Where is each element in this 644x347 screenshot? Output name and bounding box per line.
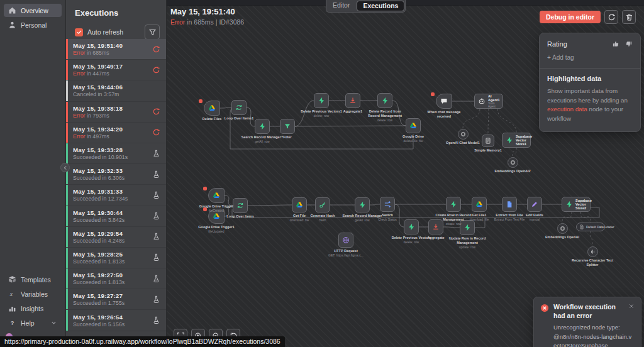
flask-icon[interactable] — [152, 170, 160, 179]
workflow-node-delete-files[interactable] — [204, 101, 220, 116]
sidebar-item-help[interactable]: ?Help — [4, 316, 62, 329]
execution-header: May 15, 19:51:40 Error in 685ms | ID#308… — [170, 7, 244, 26]
execution-list-item[interactable]: May 15, 19:31:33Succeeded in 12.734s — [66, 185, 166, 206]
workflow-node-search-record-manager2[interactable] — [255, 119, 270, 134]
workflow-node-aggregate1[interactable] — [345, 93, 360, 108]
tab-executions[interactable]: Executions — [357, 1, 404, 11]
openai-icon — [510, 160, 516, 165]
flask-icon[interactable] — [152, 212, 160, 220]
add-tag-button[interactable]: + Add tag — [547, 54, 633, 61]
execution-list-item[interactable]: May 15, 19:51:40Error in 685ms — [66, 39, 166, 60]
workflow-edge — [395, 204, 404, 227]
delete-execution-button[interactable] — [622, 10, 636, 24]
workflow-node-openai-chat-model1[interactable] — [458, 129, 469, 140]
execution-status-bar — [66, 185, 68, 205]
thumbs-down-icon[interactable] — [625, 40, 633, 48]
workflow-node-recursive-splitter[interactable] — [587, 246, 598, 257]
execution-status-bar — [66, 80, 68, 101]
execution-list-item[interactable]: May 15, 19:27:27Succeeded in 1.755s — [66, 289, 166, 310]
workflow-node-ai-agent1[interactable]: AI Agent1Tools Agent — [474, 94, 503, 109]
thumbs-up-icon[interactable] — [612, 40, 619, 48]
retry-icon[interactable] — [152, 128, 160, 136]
workflow-edge — [295, 101, 314, 126]
execution-detail: Error in 497ms — [73, 133, 123, 140]
workflow-node-default-data-loader[interactable]: Default Data Loader — [576, 223, 605, 231]
workflow-node-extract-from-file[interactable] — [502, 197, 517, 212]
sidebar-item-templates[interactable]: Templates — [4, 273, 62, 286]
workflow-node-loop-over-items1[interactable] — [231, 100, 247, 115]
workflow-node-update-row[interactable] — [460, 220, 475, 235]
execution-list-item[interactable]: May 15, 19:28:25Succeeded in 1.813s — [66, 248, 166, 268]
execution-list-item[interactable]: May 15, 19:38:18Error in 793ms — [66, 102, 166, 123]
workflow-node-create-row[interactable] — [446, 197, 461, 212]
execution-list-item[interactable]: May 15, 19:27:50Succeeded in 1.813s — [66, 268, 166, 289]
sidebar-item-variables[interactable]: xVariables — [4, 287, 62, 300]
execution-list-item[interactable]: May 15, 19:29:54Succeeded in 4.248s — [66, 227, 166, 248]
templates-icon — [8, 275, 16, 284]
loop-icon — [235, 104, 243, 111]
execution-time: May 15, 19:33:28 — [73, 146, 128, 153]
execution-list-item[interactable]: May 15, 19:26:54Succeeded in 5.156s — [66, 310, 166, 331]
workflow-node-edit-fields[interactable] — [527, 197, 542, 212]
workflow-node-loop-over-items[interactable] — [233, 198, 248, 213]
execution-time: May 15, 19:32:33 — [73, 167, 125, 174]
sidebar-item-label: Help — [21, 319, 35, 327]
flask-icon[interactable] — [152, 295, 160, 304]
workflow-node-supabase-vector-store1[interactable]: Supabase Vector Store1 — [502, 133, 531, 148]
workflow-node-gdrive-trigger1[interactable] — [208, 209, 225, 224]
execution-data-link[interactable]: execution data — [547, 106, 587, 113]
workflow-node-get-file[interactable] — [292, 197, 307, 212]
workflow-node-aggregate[interactable] — [428, 219, 443, 234]
workflow-node-gdrive-trigger[interactable] — [208, 188, 225, 203]
auto-refresh-checkbox[interactable] — [75, 28, 83, 36]
workflow-node-get-file1[interactable] — [472, 197, 487, 212]
execution-list-item[interactable]: May 15, 19:32:33Succeeded in 6.306s — [66, 164, 166, 185]
flask-icon[interactable] — [152, 150, 160, 158]
sidebar-item-insights[interactable]: Insights — [4, 302, 62, 315]
execution-list-item[interactable]: May 15, 19:33:28Succeeded in 10.901s — [66, 143, 166, 164]
workflow-node-generate-hash[interactable] — [315, 197, 330, 212]
node-issue-badge — [203, 207, 207, 211]
execution-status-word: Error — [73, 113, 86, 119]
flask-icon[interactable] — [152, 316, 160, 324]
workflow-node-simple-memory1[interactable] — [482, 135, 494, 147]
execution-list-item[interactable]: May 15, 19:34:20Error in 497ms — [66, 123, 166, 143]
flask-icon[interactable] — [152, 233, 160, 241]
execution-list-item[interactable]: May 15, 19:30:44Succeeded in 3.842s — [66, 206, 166, 227]
workflow-node-embeddings-openai2[interactable] — [508, 157, 518, 168]
flask-icon[interactable] — [152, 275, 160, 283]
workflow-node-chat-trigger[interactable] — [436, 94, 452, 109]
toast-close-icon[interactable] — [628, 303, 635, 309]
workflow-edge — [513, 148, 516, 157]
refresh-execution-button[interactable] — [604, 10, 618, 24]
retry-icon[interactable] — [152, 66, 160, 74]
workflow-node-delete-previous-vectors1[interactable] — [314, 93, 329, 108]
workflow-node-supabase-vector-store2[interactable]: Supabase Vector Store2 — [562, 197, 591, 212]
sidebar-item-overview[interactable]: Overview — [4, 4, 62, 17]
flask-icon[interactable] — [152, 191, 160, 199]
workflow-node-filter[interactable] — [280, 119, 295, 134]
debug-in-editor-button[interactable]: Debug in editor — [540, 11, 601, 23]
workflow-node-delete-record[interactable] — [377, 93, 392, 108]
collapse-sidebar-button[interactable] — [60, 163, 70, 172]
workflow-loop-edge — [475, 218, 485, 228]
workflow-node-delete-previous-vectors[interactable] — [404, 219, 419, 234]
flask-icon[interactable] — [152, 253, 160, 262]
memory-icon — [484, 137, 492, 145]
retry-icon[interactable] — [152, 45, 160, 53]
edit-icon — [531, 201, 538, 208]
sidebar-item-personal[interactable]: Personal — [4, 18, 62, 31]
execution-separator: | — [216, 18, 218, 26]
workflow-node-switch[interactable] — [380, 197, 395, 212]
execution-list-item[interactable]: May 15, 19:49:17Error in 447ms — [66, 60, 166, 80]
execution-list-item[interactable]: May 15, 19:44:06Canceled in 3:57m — [66, 80, 166, 101]
workflow-node-embeddings-openai[interactable] — [557, 223, 568, 234]
retry-icon[interactable] — [152, 107, 160, 116]
workflow-node-http-request[interactable] — [338, 233, 353, 248]
workflow-node-search-record-manager[interactable] — [355, 197, 370, 212]
tab-editor[interactable]: Editor — [326, 0, 356, 12]
workflow-node-google-drive[interactable] — [406, 118, 421, 133]
supabase-icon — [506, 136, 513, 144]
execution-time: May 15, 19:26:54 — [73, 314, 125, 321]
filter-executions-button[interactable] — [145, 25, 160, 40]
